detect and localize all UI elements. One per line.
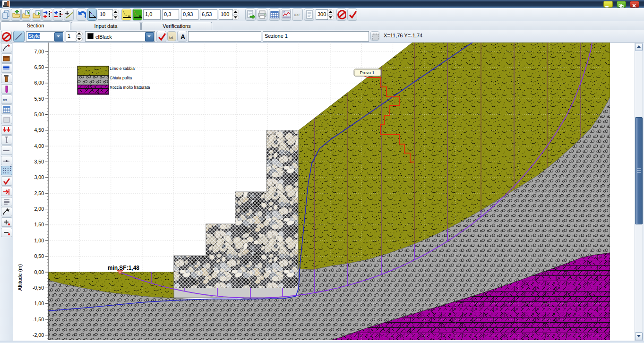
svg-text:4,50: 4,50	[34, 127, 44, 133]
svg-text:DXF: DXF	[294, 13, 301, 17]
svg-text:5,50: 5,50	[34, 96, 44, 102]
svg-text:7,00: 7,00	[34, 49, 44, 54]
svg-text:min.SF:1,48: min.SF:1,48	[108, 265, 140, 271]
svg-text:4,00: 4,00	[34, 143, 44, 149]
svg-text:-0,50: -0,50	[33, 285, 44, 291]
svg-text:Limo e sabbia: Limo e sabbia	[110, 66, 135, 71]
svg-text:Ghiaia pulita: Ghiaia pulita	[110, 76, 132, 80]
svg-text:0,50: 0,50	[34, 253, 44, 259]
svg-text:-1,00: -1,00	[33, 300, 44, 306]
svg-text:txt: txt	[169, 35, 173, 40]
svg-text:1,50: 1,50	[34, 222, 44, 227]
svg-text:0,00: 0,00	[34, 269, 44, 275]
svg-text:Altitude (m): Altitude (m)	[17, 264, 23, 291]
svg-text:Roccia molto fratturata: Roccia molto fratturata	[110, 85, 150, 90]
svg-text:6,50: 6,50	[34, 64, 44, 70]
svg-text:-1,50: -1,50	[33, 317, 44, 322]
svg-text:Prova 1: Prova 1	[360, 70, 374, 75]
svg-text:5,00: 5,00	[34, 111, 44, 117]
svg-text:6,00: 6,00	[34, 80, 44, 86]
svg-text:2,00: 2,00	[34, 206, 44, 212]
svg-text:-2,00: -2,00	[33, 332, 44, 338]
svg-text:2,50: 2,50	[34, 190, 44, 196]
svg-text:A: A	[180, 33, 185, 41]
svg-text:1,00: 1,00	[34, 238, 44, 243]
svg-text:3,50: 3,50	[34, 159, 44, 164]
svg-text:txt: txt	[3, 98, 7, 102]
svg-text:3,00: 3,00	[34, 174, 44, 180]
